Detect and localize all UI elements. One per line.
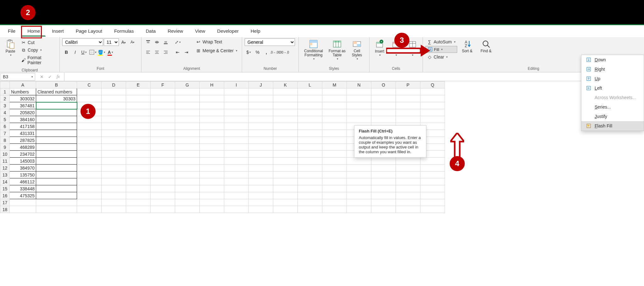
cell-N11[interactable] xyxy=(347,158,371,165)
cell-O13[interactable] xyxy=(371,171,396,178)
cell-K15[interactable] xyxy=(273,185,298,192)
select-all-corner[interactable] xyxy=(0,81,10,88)
cell-F6[interactable] xyxy=(151,123,175,130)
cell-H6[interactable] xyxy=(200,123,224,130)
cell-J17[interactable] xyxy=(249,199,273,206)
cell-K3[interactable] xyxy=(273,102,298,109)
cell-C8[interactable] xyxy=(77,137,102,144)
cell-L16[interactable] xyxy=(298,192,322,199)
cell-M1[interactable] xyxy=(322,88,347,95)
cell-B15[interactable] xyxy=(36,185,77,192)
cell-I9[interactable] xyxy=(224,144,249,151)
tab-review[interactable]: Review xyxy=(162,25,189,36)
cell-D5[interactable] xyxy=(102,116,126,123)
cell-M4[interactable] xyxy=(322,109,347,116)
cell-O3[interactable] xyxy=(371,102,396,109)
conditional-formatting-button[interactable]: Conditional Formatting▾ xyxy=(301,38,326,60)
cell-A16[interactable]: 475325 xyxy=(10,192,36,199)
cell-L14[interactable] xyxy=(298,178,322,185)
cell-G9[interactable] xyxy=(175,144,200,151)
align-middle-button[interactable] xyxy=(153,38,161,46)
cell-L12[interactable] xyxy=(298,165,322,171)
cell-Q14[interactable] xyxy=(420,178,445,185)
col-header-G[interactable]: G xyxy=(175,81,200,88)
font-name-combo[interactable]: Calibri xyxy=(62,38,103,46)
cell-C14[interactable] xyxy=(77,178,102,185)
copy-button[interactable]: ⧉ Copy ▾ xyxy=(19,47,57,53)
cell-I1[interactable] xyxy=(224,88,249,95)
cell-A2[interactable]: 303032 xyxy=(10,95,36,102)
cell-H17[interactable] xyxy=(200,199,224,206)
cell-O12[interactable] xyxy=(371,165,396,171)
cell-D15[interactable] xyxy=(102,185,126,192)
fill-right-item[interactable]: Right xyxy=(581,64,644,74)
cell-L6[interactable] xyxy=(298,123,322,130)
cell-A18[interactable] xyxy=(10,206,36,213)
col-header-J[interactable]: J xyxy=(249,81,273,88)
cell-Q16[interactable] xyxy=(420,192,445,199)
cell-G16[interactable] xyxy=(175,192,200,199)
cell-H14[interactable] xyxy=(200,178,224,185)
cell-J7[interactable] xyxy=(249,130,273,137)
cell-G5[interactable] xyxy=(175,116,200,123)
cell-J13[interactable] xyxy=(249,171,273,178)
cell-K13[interactable] xyxy=(273,171,298,178)
cell-E8[interactable] xyxy=(126,137,151,144)
row-header[interactable]: 12 xyxy=(0,165,10,171)
cell-E13[interactable] xyxy=(126,171,151,178)
cell-K7[interactable] xyxy=(273,130,298,137)
cell-N14[interactable] xyxy=(347,178,371,185)
row-header[interactable]: 5 xyxy=(0,116,10,123)
cell-F4[interactable] xyxy=(151,109,175,116)
cell-B18[interactable] xyxy=(36,206,77,213)
col-header-E[interactable]: E xyxy=(126,81,151,88)
cell-J15[interactable] xyxy=(249,185,273,192)
row-header[interactable]: 7 xyxy=(0,130,10,137)
cell-H2[interactable] xyxy=(200,95,224,102)
enter-formula-button[interactable]: ✓ xyxy=(46,73,54,81)
cell-Q1[interactable] xyxy=(420,88,445,95)
cell-G4[interactable] xyxy=(175,109,200,116)
cell-I13[interactable] xyxy=(224,171,249,178)
cell-P16[interactable] xyxy=(396,192,420,199)
cell-F17[interactable] xyxy=(151,199,175,206)
cancel-formula-button[interactable]: ✕ xyxy=(38,73,46,81)
cell-N13[interactable] xyxy=(347,171,371,178)
cell-M5[interactable] xyxy=(322,116,347,123)
cell-A12[interactable]: 384970 xyxy=(10,165,36,171)
cell-M17[interactable] xyxy=(322,199,347,206)
fill-button[interactable]: Fill ▾ xyxy=(425,46,457,53)
accounting-format-button[interactable]: $▾ xyxy=(245,48,253,56)
format-as-table-button[interactable]: Format as Table▾ xyxy=(327,38,347,60)
cell-K8[interactable] xyxy=(273,137,298,144)
cell-A7[interactable]: 431331 xyxy=(10,130,36,137)
cell-D2[interactable] xyxy=(102,95,126,102)
cell-P5[interactable] xyxy=(396,116,420,123)
cell-A11[interactable]: 145003 xyxy=(10,158,36,165)
cell-H16[interactable] xyxy=(200,192,224,199)
fill-left-item[interactable]: Left xyxy=(581,83,644,93)
underline-button[interactable]: U▾ xyxy=(80,48,88,56)
cell-J12[interactable] xyxy=(249,165,273,171)
row-header[interactable]: 10 xyxy=(0,151,10,158)
cell-N5[interactable] xyxy=(347,116,371,123)
cell-L15[interactable] xyxy=(298,185,322,192)
cell-E18[interactable] xyxy=(126,206,151,213)
cell-J6[interactable] xyxy=(249,123,273,130)
cell-F9[interactable] xyxy=(151,144,175,151)
cell-H18[interactable] xyxy=(200,206,224,213)
cell-F14[interactable] xyxy=(151,178,175,185)
cell-F13[interactable] xyxy=(151,171,175,178)
cell-M18[interactable] xyxy=(322,206,347,213)
cell-D8[interactable] xyxy=(102,137,126,144)
cell-I10[interactable] xyxy=(224,151,249,158)
col-header-B[interactable]: B xyxy=(36,81,77,88)
cell-O11[interactable] xyxy=(371,158,396,165)
cell-I5[interactable] xyxy=(224,116,249,123)
cell-M15[interactable] xyxy=(322,185,347,192)
cell-P3[interactable] xyxy=(396,102,420,109)
row-header[interactable]: 13 xyxy=(0,171,10,178)
increase-font-button[interactable]: A▴ xyxy=(119,38,128,46)
cell-E14[interactable] xyxy=(126,178,151,185)
cell-A6[interactable]: 417158 xyxy=(10,123,36,130)
